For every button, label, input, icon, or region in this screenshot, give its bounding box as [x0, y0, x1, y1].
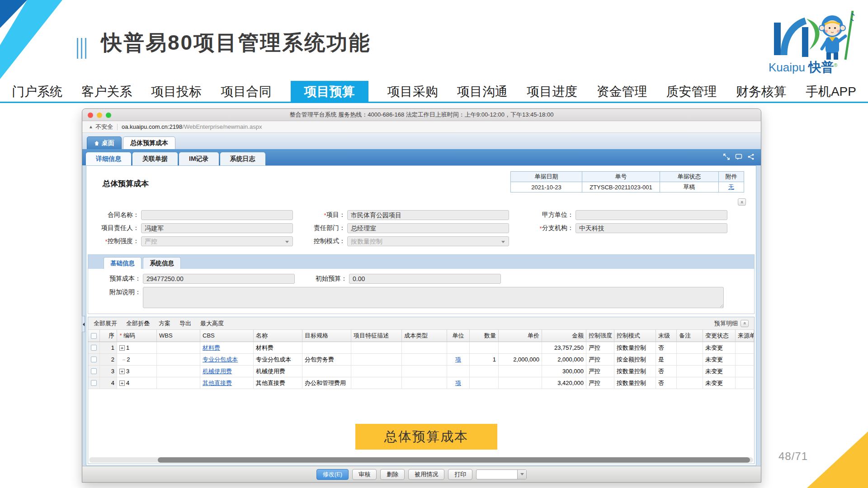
required-mark: *	[119, 330, 122, 342]
initial-budget-field[interactable]: 0.00	[349, 274, 501, 284]
control-strength-select[interactable]: 严控	[141, 236, 293, 246]
cell-mode: 按数量控制	[614, 342, 656, 354]
cell-note	[677, 342, 703, 354]
branch-field[interactable]: 中天科技	[576, 223, 727, 233]
cell-amount: 300,000	[542, 366, 586, 377]
more-actions-dropdown[interactable]	[476, 469, 527, 479]
browser-url-bar[interactable]: ▲ 不安全 oa.kuaipu.com.cn:2198/WebEnterpris…	[82, 121, 761, 133]
unit-link[interactable]: 项	[455, 380, 461, 386]
select-all-checkbox[interactable]	[91, 333, 97, 339]
zoom-button[interactable]	[106, 113, 111, 118]
doc-status: 草稿	[660, 182, 719, 192]
horizontal-scrollbar-thumb[interactable]	[158, 457, 750, 463]
cell-spec	[302, 342, 351, 354]
tab-related-docs[interactable]: 关联单据	[132, 152, 178, 165]
cbs-link[interactable]: 专业分包成本	[203, 356, 238, 363]
cbs-link[interactable]: 机械使用费	[203, 368, 232, 375]
tab-system-log[interactable]: 系统日志	[220, 152, 265, 165]
row-checkbox[interactable]	[91, 380, 97, 386]
col-note: 备注	[677, 330, 703, 342]
tab-system-info[interactable]: 系统信息	[143, 257, 181, 269]
nav-item-finance[interactable]: 财务核算	[736, 81, 787, 103]
kuaipu-logo: Kuaipu 快普®	[768, 9, 860, 76]
collapse-grid-button[interactable]: «	[741, 320, 749, 327]
tree-leaf-icon: –	[123, 354, 125, 365]
budget-cost-field[interactable]: 29477250.00	[143, 274, 295, 284]
unit-link[interactable]: 项	[455, 356, 461, 363]
row-checkbox[interactable]	[91, 345, 97, 351]
initial-budget-label: 初始预算：	[316, 275, 347, 283]
cbs-link[interactable]: 材料费	[203, 344, 220, 351]
horizontal-scrollbar[interactable]	[89, 457, 753, 463]
collapse-icon: «	[742, 322, 747, 324]
minimize-button[interactable]	[97, 113, 102, 118]
control-mode-select[interactable]: 按数量控制	[347, 236, 509, 246]
project-field[interactable]: 市民体育公园项目	[347, 210, 509, 220]
doc-date: 2021-10-23	[511, 182, 582, 192]
insecure-warning-icon: ▲	[89, 124, 93, 129]
close-button[interactable]	[88, 113, 93, 118]
nav-item-procurement[interactable]: 项目采购	[387, 81, 438, 103]
cell-strength: 严控	[586, 377, 614, 389]
max-height-button[interactable]: 最大高度	[200, 319, 224, 328]
share-icon[interactable]	[747, 153, 755, 160]
nav-item-crm[interactable]: 客户关系	[81, 81, 132, 103]
nav-item-mobile-app[interactable]: 手机APP	[806, 81, 856, 103]
expand-icon[interactable]: +	[119, 369, 125, 374]
basic-info-section: 基础信息 系统信息 预算成本： 29477250.00 初始预算： 0.00 附…	[88, 254, 755, 314]
panel-label: 预算明细	[714, 319, 738, 328]
cbs-link[interactable]: 其他直接费	[203, 380, 232, 386]
nav-item-communication[interactable]: 项目沟通	[457, 81, 508, 103]
cell-qty	[470, 377, 499, 389]
audit-button[interactable]: 审核	[352, 469, 377, 480]
tab-overall-budget-label: 总体预算成本	[130, 137, 168, 149]
expand-icon[interactable]: +	[119, 380, 125, 386]
contract-name-field[interactable]	[141, 210, 293, 220]
delete-button[interactable]: 删除	[380, 469, 405, 480]
row-checkbox[interactable]	[91, 368, 97, 374]
table-row: 2 –2 专业分包成本 专业分包成本 分包劳务费 项 1 2,000,000 2…	[88, 354, 754, 366]
owner-unit-field[interactable]	[576, 210, 727, 220]
dropdown-arrow-button[interactable]	[517, 470, 526, 479]
modify-button[interactable]: 修改(E)	[316, 469, 349, 480]
cell-feature	[351, 354, 402, 366]
print-button[interactable]: 打印	[448, 469, 472, 480]
scheme-button[interactable]: 方案	[159, 319, 170, 328]
note-textarea[interactable]	[143, 287, 724, 308]
col-leaf: 末级	[656, 330, 677, 342]
info-header-date: 单据日期	[511, 172, 582, 182]
url-path: /WebEnterprise/newmain.aspx	[182, 123, 262, 130]
export-button[interactable]: 导出	[179, 319, 191, 328]
cell-cost-type	[402, 354, 447, 366]
nav-item-budget-active[interactable]: 项目预算	[291, 81, 368, 103]
nav-item-progress[interactable]: 项目进度	[527, 81, 577, 103]
dept-label: 责任部门：	[314, 224, 345, 232]
nav-item-portal[interactable]: 门户系统	[12, 81, 62, 103]
collapse-header-button[interactable]: «	[738, 198, 746, 206]
nav-item-funds[interactable]: 资金管理	[596, 81, 647, 103]
tab-basic-info[interactable]: 基础信息	[104, 257, 142, 269]
tab-detail-info[interactable]: 详细信息	[86, 152, 131, 165]
table-row: 4 +4 其他直接费 其他直接费 办公和管理费用 项 3,420,000 严控 …	[88, 377, 754, 389]
expand-all-button[interactable]: 全部展开	[94, 319, 117, 328]
usage-button[interactable]: 被用情况	[408, 469, 444, 480]
tab-im-log[interactable]: IM记录	[179, 152, 219, 165]
chevron-down-icon	[501, 241, 505, 243]
resize-icon[interactable]	[723, 153, 730, 160]
panel-collapse-handle[interactable]	[82, 316, 85, 332]
nav-item-bidding[interactable]: 项目投标	[151, 81, 202, 103]
chat-icon[interactable]	[735, 153, 742, 160]
info-header-status: 单据状态	[660, 172, 719, 182]
tab-overall-budget[interactable]: 总体预算成本	[123, 136, 175, 149]
manager-field[interactable]: 冯建军	[141, 223, 293, 233]
dept-field[interactable]: 总经理室	[347, 223, 509, 233]
expand-icon[interactable]: +	[119, 345, 125, 351]
cell-source	[736, 377, 754, 389]
tab-desktop[interactable]: 桌面	[87, 136, 122, 149]
row-checkbox[interactable]	[91, 357, 97, 362]
nav-item-contract[interactable]: 项目合同	[221, 81, 272, 103]
attachment-link[interactable]: 无	[728, 183, 734, 190]
collapse-all-button[interactable]: 全部折叠	[126, 319, 150, 328]
nav-item-quality[interactable]: 质安管理	[666, 81, 717, 103]
cell-name: 材料费	[254, 342, 302, 354]
